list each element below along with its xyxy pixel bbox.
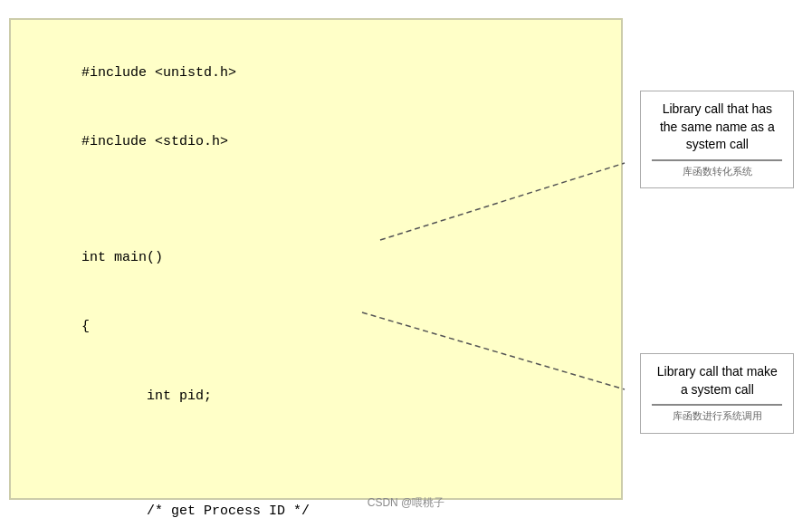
code-line-4: int main() bbox=[81, 250, 163, 265]
annotation-1-chinese: 库函数转化系统 bbox=[652, 159, 782, 178]
annotation-2-chinese: 库函数进行系统调用 bbox=[652, 404, 782, 423]
code-line-6: int pid; bbox=[81, 388, 212, 404]
annotation-2-text: Library call that make a system call bbox=[657, 364, 778, 397]
code-block: #include <unistd.h> #include <stdio.h> i… bbox=[33, 38, 599, 518]
footer-bar: CSDN @喂桃子 bbox=[0, 495, 812, 511]
code-line-1: #include <unistd.h> bbox=[81, 65, 236, 81]
annotation-1-text: Library call that has the same name as a… bbox=[660, 101, 775, 151]
code-line-5: { bbox=[81, 319, 90, 334]
footer-text: CSDN @喂桃子 bbox=[368, 496, 445, 509]
annotation-box-2: Library call that make a system call 库函数… bbox=[640, 353, 794, 434]
annotations-panel: Library call that has the same name as a… bbox=[623, 0, 812, 518]
code-panel: #include <unistd.h> #include <stdio.h> i… bbox=[9, 18, 623, 500]
annotation-box-1: Library call that has the same name as a… bbox=[640, 91, 794, 188]
code-line-2: #include <stdio.h> bbox=[81, 134, 228, 149]
main-container: #include <unistd.h> #include <stdio.h> i… bbox=[0, 0, 812, 518]
